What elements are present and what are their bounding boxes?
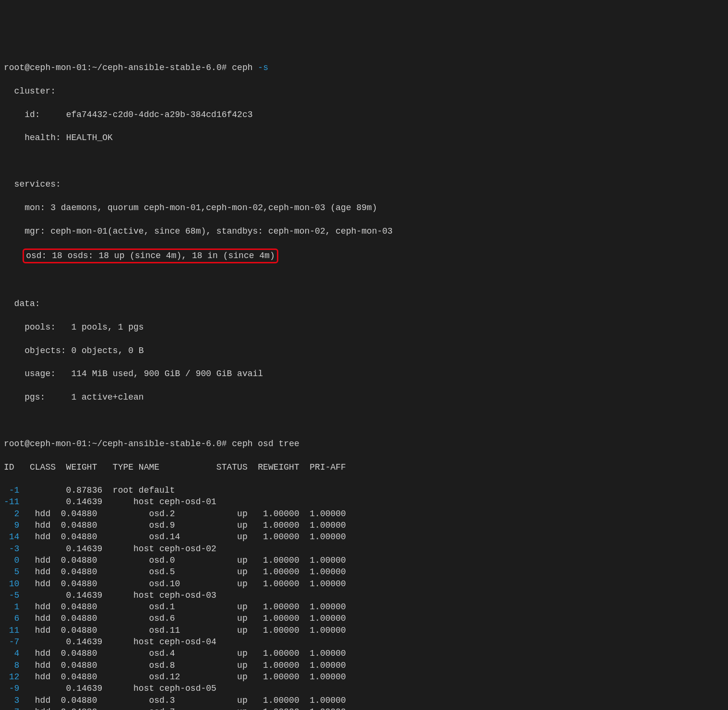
- tree-rest: 0.14639 host ceph-osd-05: [19, 684, 356, 693]
- tree-row: 3 hdd 0.04880 osd.3 up 1.00000 1.00000: [4, 695, 724, 706]
- tree-id: 7: [4, 707, 19, 710]
- tree-row: 8 hdd 0.04880 osd.8 up 1.00000 1.00000: [4, 660, 724, 671]
- tree-rest: hdd 0.04880 osd.1 up 1.00000 1.00000: [19, 602, 346, 612]
- tree-rest: hdd 0.04880 osd.8 up 1.00000 1.00000: [19, 661, 346, 670]
- tree-row: 7 hdd 0.04880 osd.7 up 1.00000 1.00000: [4, 706, 724, 710]
- tree-row: 6 hdd 0.04880 osd.6 up 1.00000 1.00000: [4, 613, 724, 624]
- tree-id: 4: [4, 649, 19, 658]
- tree-rest: hdd 0.04880 osd.7 up 1.00000 1.00000: [19, 707, 346, 710]
- highlight-osd-line: osd: 18 osds: 18 up (since 4m), 18 in (s…: [23, 248, 278, 263]
- tree-id: -9: [4, 684, 19, 693]
- tree-header: ID CLASS WEIGHT TYPE NAME STATUS REWEIGH…: [4, 462, 724, 473]
- data-pools: pools: 1 pools, 1 pgs: [4, 321, 724, 333]
- tree-row: -1 0.87836 root default: [4, 485, 724, 496]
- tree-rows: -1 0.87836 root default -11 0.14639 host…: [4, 485, 724, 710]
- tree-rest: hdd 0.04880 osd.10 up 1.00000 1.00000: [19, 579, 346, 589]
- tree-row: 11 hdd 0.04880 osd.11 up 1.00000 1.00000: [4, 625, 724, 636]
- tree-row: -5 0.14639 host ceph-osd-03: [4, 590, 724, 601]
- blank-line: [4, 414, 724, 426]
- tree-id: 2: [4, 509, 19, 519]
- tree-id: -11: [4, 497, 19, 507]
- tree-rest: 0.14639 host ceph-osd-03: [19, 591, 356, 600]
- command-text: ceph osd tree: [232, 439, 299, 449]
- data-header: data:: [4, 298, 724, 309]
- cluster-health: health: HEALTH_OK: [4, 132, 724, 143]
- tree-row: -9 0.14639 host ceph-osd-05: [4, 683, 724, 694]
- tree-id: 12: [4, 672, 19, 682]
- tree-id: -5: [4, 591, 19, 600]
- tree-rest: 0.14639 host ceph-osd-04: [19, 637, 356, 647]
- tree-rest: hdd 0.04880 osd.3 up 1.00000 1.00000: [19, 696, 346, 705]
- tree-row: -3 0.14639 host ceph-osd-02: [4, 543, 724, 555]
- prompt-userhost: root@ceph-mon-01: [4, 63, 87, 72]
- tree-rest: hdd 0.04880 osd.12 up 1.00000 1.00000: [19, 672, 346, 682]
- tree-rest: 0.14639 host ceph-osd-01: [19, 497, 356, 507]
- tree-id: 1: [4, 602, 19, 612]
- tree-rest: hdd 0.04880 osd.11 up 1.00000 1.00000: [19, 626, 346, 635]
- command-text: ceph: [232, 63, 252, 72]
- tree-row: 9 hdd 0.04880 osd.9 up 1.00000 1.00000: [4, 520, 724, 531]
- tree-id: 9: [4, 521, 19, 530]
- prompt-line-2: root@ceph-mon-01:~/ceph-ansible-stable-6…: [4, 438, 724, 450]
- tree-row: 2 hdd 0.04880 osd.2 up 1.00000 1.00000: [4, 508, 724, 520]
- services-mon: mon: 3 daemons, quorum ceph-mon-01,ceph-…: [4, 202, 724, 213]
- tree-id: -1: [4, 485, 19, 495]
- tree-row: 4 hdd 0.04880 osd.4 up 1.00000 1.00000: [4, 648, 724, 659]
- services-osd: osd: 18 osds: 18 up (since 4m), 18 in (s…: [4, 248, 724, 263]
- tree-rest: hdd 0.04880 osd.2 up 1.00000 1.00000: [19, 509, 346, 519]
- tree-rest: hdd 0.04880 osd.9 up 1.00000 1.00000: [19, 521, 346, 530]
- tree-rest: hdd 0.04880 osd.5 up 1.00000 1.00000: [19, 567, 346, 577]
- tree-id: 3: [4, 696, 19, 705]
- tree-id: -3: [4, 544, 19, 554]
- terminal-output[interactable]: root@ceph-mon-01:~/ceph-ansible-stable-6…: [4, 62, 724, 710]
- tree-id: 10: [4, 579, 19, 589]
- tree-row: -7 0.14639 host ceph-osd-04: [4, 636, 724, 648]
- tree-rest: 0.14639 host ceph-osd-02: [19, 544, 356, 554]
- tree-rest: 0.87836 root default: [19, 485, 351, 495]
- tree-id: 14: [4, 532, 19, 542]
- prompt-path: ~/ceph-ansible-stable-6.0: [92, 63, 222, 72]
- cluster-header: cluster:: [4, 85, 724, 97]
- tree-row: 1 hdd 0.04880 osd.1 up 1.00000 1.00000: [4, 601, 724, 613]
- tree-row: 12 hdd 0.04880 osd.12 up 1.00000 1.00000: [4, 671, 724, 683]
- tree-id: -7: [4, 637, 19, 647]
- prompt-line-1: root@ceph-mon-01:~/ceph-ansible-stable-6…: [4, 62, 724, 73]
- tree-row: 14 hdd 0.04880 osd.14 up 1.00000 1.00000: [4, 531, 724, 543]
- tree-rest: hdd 0.04880 osd.0 up 1.00000 1.00000: [19, 556, 346, 565]
- tree-rest: hdd 0.04880 osd.4 up 1.00000 1.00000: [19, 649, 346, 658]
- tree-id: 0: [4, 556, 19, 565]
- tree-row: 10 hdd 0.04880 osd.10 up 1.00000 1.00000: [4, 578, 724, 590]
- tree-rest: hdd 0.04880 osd.14 up 1.00000 1.00000: [19, 532, 346, 542]
- data-usage: usage: 114 MiB used, 900 GiB / 900 GiB a…: [4, 368, 724, 379]
- blank-line: [4, 155, 724, 167]
- command-flag: -s: [258, 63, 268, 72]
- cluster-id: id: efa74432-c2d0-4ddc-a29b-384cd16f42c3: [4, 109, 724, 120]
- tree-id: 6: [4, 614, 19, 623]
- services-header: services:: [4, 178, 724, 190]
- blank-line: [4, 275, 724, 286]
- services-mgr: mgr: ceph-mon-01(active, since 68m), sta…: [4, 225, 724, 237]
- tree-row: 5 hdd 0.04880 osd.5 up 1.00000 1.00000: [4, 566, 724, 578]
- tree-id: 8: [4, 661, 19, 670]
- tree-row: -11 0.14639 host ceph-osd-01: [4, 496, 724, 508]
- tree-id: 11: [4, 626, 19, 635]
- data-objects: objects: 0 objects, 0 B: [4, 345, 724, 356]
- tree-row: 0 hdd 0.04880 osd.0 up 1.00000 1.00000: [4, 555, 724, 566]
- tree-rest: hdd 0.04880 osd.6 up 1.00000 1.00000: [19, 614, 346, 623]
- tree-id: 5: [4, 567, 19, 577]
- data-pgs: pgs: 1 active+clean: [4, 391, 724, 403]
